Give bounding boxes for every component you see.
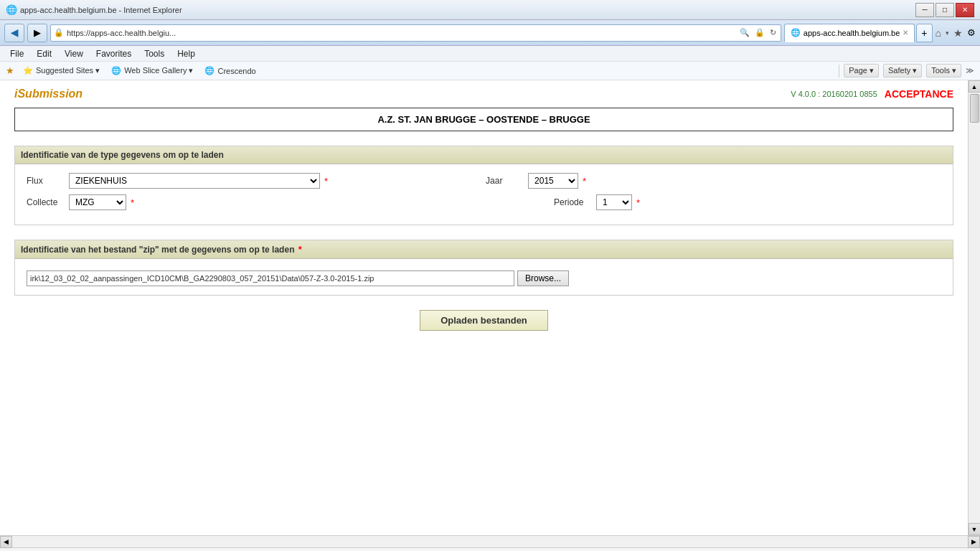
periode-required: * (636, 197, 640, 208)
form-row-flux-jaar: Flux ZIEKENHUIS * Jaar 2015 * (27, 173, 941, 189)
maximize-button[interactable]: □ (936, 3, 954, 17)
right-scrollbar[interactable]: ▲ ▼ (968, 80, 980, 535)
favorites-star-icon: ★ (6, 65, 14, 76)
menu-help[interactable]: Help (171, 47, 201, 60)
menu-favorites[interactable]: Favorites (90, 47, 137, 60)
toolbar-right: Page ▾ Safety ▾ Tools ▾ ≫ (839, 64, 974, 77)
flux-group: Flux ZIEKENHUIS * (27, 173, 328, 189)
scroll-left-button[interactable]: ◀ (0, 536, 12, 548)
tab-label: apps-acc.health.belgium.be (804, 29, 900, 37)
settings-icon[interactable]: ⚙ (967, 27, 976, 38)
menu-tools[interactable]: Tools (138, 47, 170, 60)
section2-header-text: Identificatie van het bestand "zip" met … (21, 245, 294, 255)
tab-bar: 🌐 apps-acc.health.belgium.be ✕ + (784, 24, 933, 42)
scroll-up-button[interactable]: ▲ (969, 80, 981, 93)
forward-button[interactable]: ▶ (27, 24, 47, 42)
crescendo-link[interactable]: 🌐 Crescendo (202, 65, 258, 77)
periode-label: Periode (554, 197, 593, 207)
periode-group: Periode 1 * (554, 194, 640, 210)
collecte-select[interactable]: MZG (69, 194, 126, 210)
toolbar-divider (839, 65, 839, 77)
section2-panel: Identificatie van het bestand "zip" met … (14, 240, 953, 296)
safety-button[interactable]: Safety ▾ (883, 64, 922, 77)
address-security-icon: 🔒 (54, 28, 64, 37)
browser-content-wrapper: iSubmission V 4.0.0 : 20160201 0855 ACCE… (0, 80, 980, 535)
tools-button[interactable]: Tools ▾ (926, 64, 961, 77)
close-button[interactable]: ✕ (956, 3, 974, 17)
section1-body: Flux ZIEKENHUIS * Jaar 2015 * (15, 164, 953, 225)
section2-body: Browse... (15, 259, 953, 295)
more-icon[interactable]: ≫ (966, 66, 974, 75)
upload-button[interactable]: Opladen bestanden (420, 310, 548, 331)
home-dropdown[interactable]: ▾ (946, 29, 949, 37)
new-tab-button[interactable]: + (916, 24, 932, 42)
web-slice-gallery-link[interactable]: 🌐 Web Slice Gallery ▾ (108, 65, 196, 77)
menu-view[interactable]: View (59, 47, 89, 60)
menu-edit[interactable]: Edit (31, 47, 57, 60)
active-tab[interactable]: 🌐 apps-acc.health.belgium.be ✕ (784, 24, 915, 42)
scroll-down-button[interactable]: ▼ (969, 523, 981, 535)
h-scroll-track[interactable] (12, 536, 968, 547)
tab-favicon: 🌐 (791, 28, 801, 37)
page-button[interactable]: Page ▾ (844, 64, 879, 77)
horizontal-scrollbar[interactable]: ◀ ▶ (0, 535, 980, 547)
nav-bar: ◀ ▶ 🔒 https://apps-acc.health.belgiu... … (0, 20, 980, 46)
app-environment: ACCEPTANCE (885, 88, 953, 100)
hospital-name: A.Z. ST. JAN BRUGGE – OOSTENDE – BRUGGE (377, 114, 590, 125)
collecte-required: * (131, 197, 134, 208)
menu-bar: File Edit View Favorites Tools Help (0, 46, 980, 62)
scroll-right-button[interactable]: ▶ (968, 536, 980, 548)
crescendo-icon: 🌐 (204, 66, 215, 75)
minimize-button[interactable]: ─ (915, 3, 934, 17)
favorites-bar: ★ ⭐ Suggested Sites ▾ 🌐 Web Slice Galler… (0, 62, 980, 80)
refresh-icon[interactable]: ↻ (768, 28, 778, 37)
address-text: https://apps-acc.health.belgiu... (67, 29, 735, 37)
web-slice-icon: 🌐 (111, 66, 121, 75)
title-bar-title: apps-acc.health.belgium.be - Internet Ex… (20, 6, 182, 14)
browse-button[interactable]: Browse... (517, 270, 569, 286)
scroll-track[interactable] (969, 93, 980, 523)
app-meta: V 4.0.0 : 20160201 0855 ACCEPTANCE (791, 88, 953, 100)
tab-close-button[interactable]: ✕ (903, 29, 908, 37)
file-path-input[interactable] (27, 270, 514, 286)
crescendo-label: Crescendo (217, 67, 255, 75)
form-row-collecte-periode: Collecte MZG * Periode 1 * (27, 194, 941, 210)
section1-header: Identificatie van de type gegevens om op… (15, 146, 953, 164)
search-address-icon[interactable]: 🔍 (738, 28, 751, 37)
section2-required: * (298, 244, 302, 255)
hospital-name-box: A.Z. ST. JAN BRUGGE – OOSTENDE – BRUGGE (14, 108, 953, 131)
flux-label: Flux (27, 176, 66, 186)
home-icon[interactable]: ⌂ (936, 27, 941, 39)
periode-select[interactable]: 1 (596, 194, 632, 210)
upload-section: Opladen bestanden (14, 310, 953, 331)
main-content: iSubmission V 4.0.0 : 20160201 0855 ACCE… (0, 80, 968, 535)
section1-panel: Identificatie van de type gegevens om op… (14, 146, 953, 225)
back-button[interactable]: ◀ (4, 24, 24, 42)
lock-icon: 🔒 (753, 28, 766, 37)
ie-logo: 🌐 (6, 4, 17, 15)
flux-select[interactable]: ZIEKENHUIS (69, 173, 320, 189)
suggested-sites-icon: ⭐ (23, 66, 33, 75)
web-slice-label: Web Slice Gallery ▾ (124, 66, 193, 75)
collecte-group: Collecte MZG * (27, 194, 134, 210)
file-input-row: Browse... (27, 270, 941, 286)
address-bar[interactable]: 🔒 https://apps-acc.health.belgiu... 🔍 🔒 … (50, 24, 781, 42)
title-bar-controls: ─ □ ✕ (915, 3, 974, 17)
suggested-sites-link[interactable]: ⭐ Suggested Sites ▾ (20, 65, 103, 77)
jaar-select[interactable]: 2015 (528, 173, 578, 189)
scroll-thumb[interactable] (970, 94, 979, 123)
menu-file[interactable]: File (4, 47, 29, 60)
title-bar: 🌐 apps-acc.health.belgium.be - Internet … (0, 0, 980, 20)
jaar-label: Jaar (486, 176, 525, 186)
collecte-label: Collecte (27, 197, 66, 207)
section1-header-text: Identificatie van de type gegevens om op… (21, 150, 224, 160)
app-header: iSubmission V 4.0.0 : 20160201 0855 ACCE… (14, 88, 953, 100)
flux-required: * (324, 176, 328, 187)
app-version: V 4.0.0 : 20160201 0855 (791, 90, 877, 98)
jaar-required: * (583, 176, 586, 187)
favorites-icon[interactable]: ★ (953, 27, 963, 39)
status-bar: 🔍 125% ▾ (0, 547, 980, 551)
nav-right: ⌂ ▾ ★ ⚙ (936, 27, 976, 39)
jaar-group: Jaar 2015 * (486, 173, 586, 189)
section2-header: Identificatie van het bestand "zip" met … (15, 240, 953, 259)
